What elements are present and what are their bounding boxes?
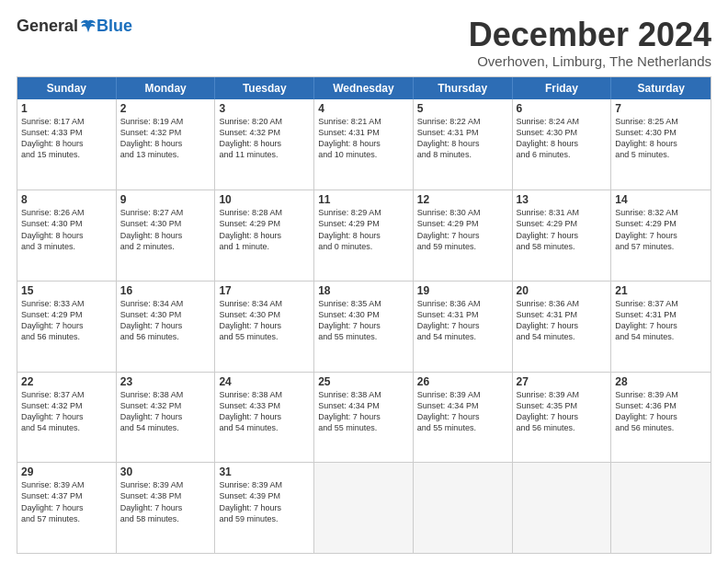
calendar-cell-27: 27Sunrise: 8:39 AMSunset: 4:35 PMDayligh… <box>513 373 612 463</box>
logo-text: General Blue <box>17 17 132 36</box>
calendar-cell-1: 1Sunrise: 8:17 AMSunset: 4:33 PMDaylight… <box>17 99 117 190</box>
calendar-cell-3: 3Sunrise: 8:20 AMSunset: 4:32 PMDaylight… <box>215 99 314 190</box>
calendar-cell-19: 19Sunrise: 8:36 AMSunset: 4:31 PMDayligh… <box>414 282 513 372</box>
calendar-cell-25: 25Sunrise: 8:38 AMSunset: 4:34 PMDayligh… <box>314 373 414 463</box>
calendar-cell-28: 28Sunrise: 8:39 AMSunset: 4:36 PMDayligh… <box>611 373 711 463</box>
calendar-cell-8: 8Sunrise: 8:26 AMSunset: 4:30 PMDaylight… <box>17 190 117 281</box>
calendar-cell-empty <box>611 463 711 553</box>
calendar-row-4: 29Sunrise: 8:39 AMSunset: 4:37 PMDayligh… <box>17 462 711 553</box>
month-title: December 2024 <box>469 17 711 53</box>
header-wednesday: Wednesday <box>314 77 414 99</box>
calendar-cell-26: 26Sunrise: 8:39 AMSunset: 4:34 PMDayligh… <box>414 373 513 463</box>
header-thursday: Thursday <box>414 77 513 99</box>
header-tuesday: Tuesday <box>215 77 314 99</box>
title-block: December 2024 Overhoven, Limburg, The Ne… <box>469 17 711 69</box>
calendar-cell-30: 30Sunrise: 8:39 AMSunset: 4:38 PMDayligh… <box>117 463 216 553</box>
calendar-cell-2: 2Sunrise: 8:19 AMSunset: 4:32 PMDaylight… <box>117 99 216 190</box>
logo: General Blue <box>17 17 132 36</box>
calendar-cell-16: 16Sunrise: 8:34 AMSunset: 4:30 PMDayligh… <box>117 282 216 372</box>
calendar-row-1: 8Sunrise: 8:26 AMSunset: 4:30 PMDaylight… <box>17 190 711 281</box>
calendar-cell-20: 20Sunrise: 8:36 AMSunset: 4:31 PMDayligh… <box>513 282 612 372</box>
header-friday: Friday <box>513 77 612 99</box>
header-sunday: Sunday <box>17 77 117 99</box>
calendar-header: Sunday Monday Tuesday Wednesday Thursday… <box>17 77 711 99</box>
header: General Blue December 2024 Overhoven, Li… <box>17 17 711 69</box>
calendar-cell-31: 31Sunrise: 8:39 AMSunset: 4:39 PMDayligh… <box>215 463 314 553</box>
calendar-cell-23: 23Sunrise: 8:38 AMSunset: 4:32 PMDayligh… <box>117 373 216 463</box>
calendar-cell-13: 13Sunrise: 8:31 AMSunset: 4:29 PMDayligh… <box>513 190 612 281</box>
logo-general: General <box>17 17 78 36</box>
calendar-cell-15: 15Sunrise: 8:33 AMSunset: 4:29 PMDayligh… <box>17 282 117 372</box>
calendar-row-3: 22Sunrise: 8:37 AMSunset: 4:32 PMDayligh… <box>17 372 711 463</box>
calendar-cell-empty <box>314 463 414 553</box>
calendar-cell-12: 12Sunrise: 8:30 AMSunset: 4:29 PMDayligh… <box>414 190 513 281</box>
calendar-cell-empty <box>414 463 513 553</box>
calendar-body: 1Sunrise: 8:17 AMSunset: 4:33 PMDaylight… <box>17 99 711 553</box>
calendar-cell-7: 7Sunrise: 8:25 AMSunset: 4:30 PMDaylight… <box>611 99 711 190</box>
calendar-cell-29: 29Sunrise: 8:39 AMSunset: 4:37 PMDayligh… <box>17 463 117 553</box>
calendar-cell-22: 22Sunrise: 8:37 AMSunset: 4:32 PMDayligh… <box>17 373 117 463</box>
calendar-cell-5: 5Sunrise: 8:22 AMSunset: 4:31 PMDaylight… <box>414 99 513 190</box>
calendar-cell-4: 4Sunrise: 8:21 AMSunset: 4:31 PMDaylight… <box>314 99 414 190</box>
logo-bird-icon <box>80 18 97 35</box>
header-saturday: Saturday <box>611 77 711 99</box>
calendar-row-0: 1Sunrise: 8:17 AMSunset: 4:33 PMDaylight… <box>17 99 711 190</box>
calendar-cell-14: 14Sunrise: 8:32 AMSunset: 4:29 PMDayligh… <box>611 190 711 281</box>
calendar-cell-10: 10Sunrise: 8:28 AMSunset: 4:29 PMDayligh… <box>215 190 314 281</box>
calendar: Sunday Monday Tuesday Wednesday Thursday… <box>17 76 711 554</box>
calendar-cell-24: 24Sunrise: 8:38 AMSunset: 4:33 PMDayligh… <box>215 373 314 463</box>
calendar-cell-17: 17Sunrise: 8:34 AMSunset: 4:30 PMDayligh… <box>215 282 314 372</box>
location: Overhoven, Limburg, The Netherlands <box>469 53 711 69</box>
calendar-cell-11: 11Sunrise: 8:29 AMSunset: 4:29 PMDayligh… <box>314 190 414 281</box>
header-monday: Monday <box>117 77 216 99</box>
calendar-cell-9: 9Sunrise: 8:27 AMSunset: 4:30 PMDaylight… <box>117 190 216 281</box>
calendar-cell-21: 21Sunrise: 8:37 AMSunset: 4:31 PMDayligh… <box>611 282 711 372</box>
calendar-row-2: 15Sunrise: 8:33 AMSunset: 4:29 PMDayligh… <box>17 281 711 372</box>
logo-blue: Blue <box>97 17 132 36</box>
page: General Blue December 2024 Overhoven, Li… <box>0 0 728 563</box>
calendar-cell-18: 18Sunrise: 8:35 AMSunset: 4:30 PMDayligh… <box>314 282 414 372</box>
calendar-cell-6: 6Sunrise: 8:24 AMSunset: 4:30 PMDaylight… <box>513 99 612 190</box>
calendar-cell-empty <box>513 463 612 553</box>
